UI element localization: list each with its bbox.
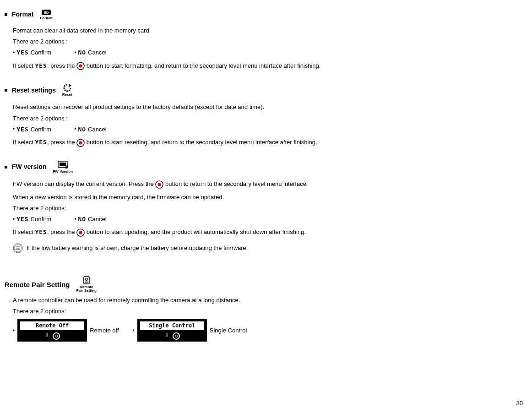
fw-icon: FW Version	[53, 161, 73, 174]
svg-marker-3	[69, 84, 71, 87]
instr-pre: If select	[13, 62, 35, 69]
bullet-dot: •	[74, 49, 76, 57]
reset-icon-label: Reset	[62, 93, 72, 97]
remote-off-box-label: Remote Off	[20, 321, 85, 331]
title-fw: FW version	[12, 163, 46, 172]
svg-point-11	[158, 183, 161, 186]
opt-yes: • YES Confirm	[13, 215, 51, 223]
title-reset: Reset settings	[12, 86, 56, 95]
section-format: Format SD Format Format can clear all da…	[5, 9, 517, 70]
fw-desc1-post: button to return to the secondary level …	[163, 180, 308, 187]
format-icon-label: Format	[40, 16, 52, 20]
instr-pre: If select	[13, 228, 35, 235]
remote-opt-off: • Remote Off ⇳ Remote off	[13, 319, 119, 342]
yes-icon: YES	[35, 228, 47, 235]
reset-options: • YES Confirm • NO Cancel	[13, 125, 517, 134]
remote-single-box: Single Control ⇳	[137, 319, 207, 342]
reset-icon: Reset	[62, 84, 72, 97]
fw-desc1: FW version can display the current versi…	[13, 180, 517, 189]
fw-note: If the low battery warning is shown, cha…	[13, 243, 517, 253]
cancel-label: Cancel	[88, 49, 106, 57]
opt-no: • NO Cancel	[74, 125, 106, 134]
bullet-dot: •	[74, 216, 76, 223]
format-options: • YES Confirm • NO Cancel	[13, 49, 517, 57]
yes-icon: YES	[16, 215, 28, 223]
box-bottom-row: ⇳	[138, 331, 206, 341]
svg-rect-7	[60, 163, 66, 166]
instr-mid: , press the	[47, 62, 76, 69]
bullet-icon	[5, 166, 7, 168]
section-header-fw: FW version FW Version	[5, 161, 517, 174]
format-instruction: If select YES, press the button to start…	[13, 62, 517, 71]
bullet-icon	[5, 13, 7, 16]
remote-title: Remote Pair Setting	[5, 280, 70, 289]
fw-desc3: There are 2 options:	[13, 204, 517, 212]
no-icon: NO	[78, 125, 86, 134]
instr-mid: , press the	[47, 228, 76, 235]
confirm-label: Confirm	[31, 125, 52, 134]
updown-arrow-icon: ⇳	[164, 332, 169, 340]
fw-note-text: If the low battery warning is shown, cha…	[27, 244, 248, 252]
record-button-icon	[76, 62, 85, 71]
svg-point-13	[79, 231, 82, 234]
cancel-label: Cancel	[88, 125, 106, 134]
bullet-dot: •	[74, 125, 76, 133]
fw-icon-label: FW Version	[53, 170, 73, 174]
updown-arrow-icon: ⇳	[44, 332, 49, 340]
remote-off-label: Remote off	[90, 326, 119, 335]
svg-point-5	[79, 141, 82, 144]
section-header-format: Format SD Format	[5, 9, 517, 20]
title-format: Format	[12, 10, 33, 19]
yes-icon: YES	[35, 139, 47, 146]
confirm-label: Confirm	[31, 215, 52, 223]
reset-desc1: Reset settings can recover all product s…	[13, 103, 517, 111]
remote-desc2: There are 2 options:	[13, 307, 517, 315]
ring-icon	[173, 332, 180, 340]
bullet-dot: •	[13, 125, 15, 133]
svg-rect-21	[85, 282, 88, 283]
bullet-dot: •	[133, 327, 135, 335]
remote-options: • Remote Off ⇳ Remote off • Single Contr…	[13, 319, 517, 342]
no-icon: NO	[78, 215, 86, 223]
remote-icon-label2: Pair Setting	[76, 289, 97, 293]
bullet-icon	[5, 89, 7, 92]
record-button-icon	[155, 180, 163, 189]
remote-desc1: A remote controller can be used for remo…	[13, 296, 517, 304]
no-icon: NO	[78, 49, 86, 57]
box-bottom-row: ⇳	[18, 331, 87, 341]
opt-yes: • YES Confirm	[13, 125, 51, 134]
opt-no: • NO Cancel	[74, 215, 106, 223]
svg-point-2	[79, 65, 82, 68]
format-desc1: Format can clear all data stored in the …	[13, 27, 517, 35]
remote-icon: Remote Pair Setting	[76, 276, 97, 293]
section-fw: FW version FW Version FW version can dis…	[5, 161, 517, 253]
opt-yes: • YES Confirm	[13, 49, 51, 57]
note-icon	[13, 243, 23, 253]
fw-desc2: When a new version is stored in the memo…	[13, 193, 517, 201]
instr-pre: If select	[13, 139, 35, 146]
remote-opt-single: • Single Control ⇳ Single Control	[133, 319, 247, 342]
fw-options: • YES Confirm • NO Cancel	[13, 215, 517, 223]
bullet-dot: •	[13, 327, 15, 335]
remote-off-box: Remote Off ⇳	[17, 319, 87, 342]
section-reset: Reset settings Reset Reset settings can …	[5, 84, 517, 147]
opt-no: • NO Cancel	[74, 49, 106, 57]
yes-icon: YES	[35, 62, 47, 69]
instr-post: button to start updating, and the produc…	[85, 228, 306, 235]
record-button-icon	[76, 138, 85, 147]
remote-single-label: Single Control	[210, 326, 247, 335]
confirm-label: Confirm	[31, 49, 52, 57]
svg-point-20	[85, 278, 87, 281]
fw-instruction: If select YES, press the button to start…	[13, 228, 517, 237]
bullet-dot: •	[13, 216, 15, 223]
ring-icon	[53, 332, 60, 340]
instr-mid: , press the	[47, 139, 76, 146]
bullet-dot: •	[13, 49, 15, 57]
format-icon: SD Format	[40, 9, 52, 20]
reset-desc2: There are 2 options :	[13, 114, 517, 123]
record-button-icon	[76, 228, 85, 237]
instr-post: button to start resetting, and return to…	[85, 139, 317, 146]
cancel-label: Cancel	[88, 215, 106, 223]
svg-text:SD: SD	[43, 11, 49, 15]
yes-icon: YES	[16, 49, 28, 57]
